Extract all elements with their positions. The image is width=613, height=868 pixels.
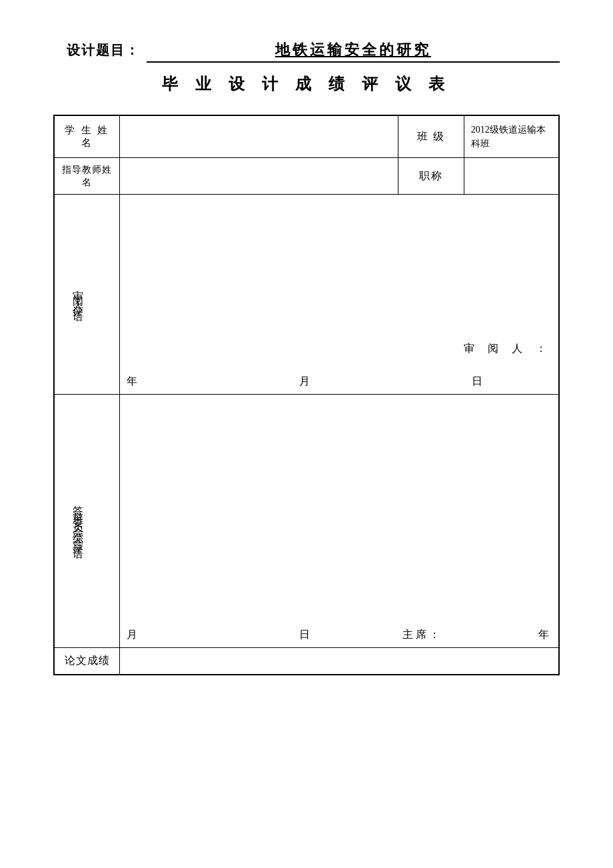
teacher-label-cell: 指导教师姓名 [54,158,120,195]
student-row: 学 生 姓 名 班 级 2012级铁道运输本科班 [54,115,559,158]
review-year: 年 [127,375,147,387]
defense-spacer [127,400,552,628]
defense-label-cell: 答辩委员会综合评语 [54,395,120,648]
chairman-line: 主席： 年 [402,628,552,642]
score-label-cell: 论文成绩 [54,648,120,675]
form-table: 学 生 姓 名 班 级 2012级铁道运输本科班 指导教师姓名 职称 [53,115,560,675]
defense-content-cell: 月 日 主席： 年 [120,395,559,648]
teacher-label: 指导教师姓名 [62,165,112,187]
class-value-cell: 2012级铁道运输本科班 [464,115,559,158]
design-title-row: 设计题目： 地铁运输安全的研究 [67,40,560,63]
score-label: 论文成绩 [65,655,110,666]
chairman-row: 月 日 主席： 年 [127,628,552,642]
class-label-cell: 班 级 [398,115,464,158]
title-label: 职称 [419,170,443,181]
review-day: 日 [472,375,492,387]
title-value-cell [464,158,559,195]
review-bottom-area: 审 阅 人 ： 年 月 日 [127,342,552,389]
score-value-cell [120,648,559,675]
student-name-label: 学 生 姓 名 [65,125,110,148]
review-date-line: 年 月 日 [127,375,552,389]
class-value: 2012级铁道运输本科班 [471,125,546,149]
chairman-label: 主席： [402,629,442,640]
review-row: 审阅人评语 审 阅 人 ： 年 月 日 [54,195,559,395]
defense-row: 答辩委员会综合评语 月 日 主席： [54,395,559,648]
defense-label: 答辩委员会综合评语 [61,484,88,559]
review-label: 审阅人评语 [61,268,88,321]
review-spacer [127,200,552,342]
design-title-value: 地铁运输安全的研究 [147,40,560,63]
student-name-value-cell [120,115,398,158]
defense-month-value: 月 [127,629,147,640]
defense-bottom-area: 月 日 主席： 年 [127,628,552,642]
review-month: 月 [299,375,320,387]
reviewer-line: 审 阅 人 ： [127,342,552,356]
defense-day-value: 日 [299,629,320,640]
teacher-value-cell [120,158,398,195]
chairman-year: 年 [538,629,552,640]
title-label-cell: 职称 [398,158,464,195]
review-inner-content: 审 阅 人 ： 年 月 日 [127,200,552,389]
defense-inner-content: 月 日 主席： 年 [127,400,552,642]
teacher-row: 指导教师姓名 职称 [54,158,559,195]
student-name-label-cell: 学 生 姓 名 [54,115,120,158]
defense-month-label: 月 日 [127,628,320,642]
review-content-cell: 审 阅 人 ： 年 月 日 [120,195,559,395]
main-title: 毕 业 设 计 成 绩 评 议 表 [53,73,560,95]
score-row: 论文成绩 [54,648,559,675]
review-label-cell: 审阅人评语 [54,195,120,395]
design-label: 设计题目： [67,41,140,59]
class-label: 班 级 [417,131,445,142]
page: 设计题目： 地铁运输安全的研究 毕 业 设 计 成 绩 评 议 表 学 生 姓 … [0,0,613,868]
